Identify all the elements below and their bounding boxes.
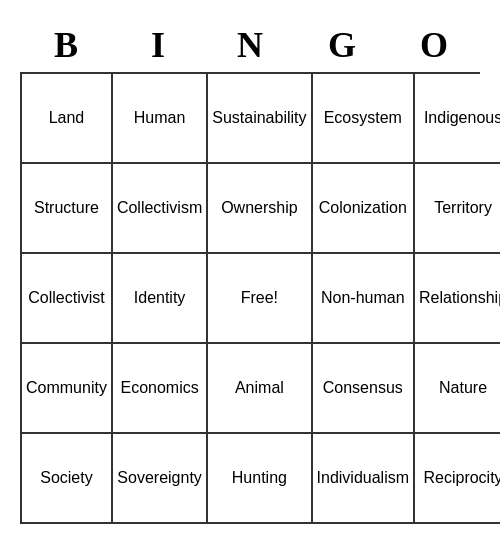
cell-text-r3-c0: Community (26, 378, 107, 397)
cell-text-r2-c0: Collectivist (26, 288, 107, 307)
cell-text-r2-c4: Relationship (419, 288, 500, 307)
bingo-header: BINGO (20, 20, 480, 70)
header-letter-N: N (204, 20, 296, 70)
cell-r3-c1: Economics (113, 344, 208, 434)
cell-r4-c4: Reciprocity (415, 434, 500, 524)
cell-text-r3-c4: Nature (419, 378, 500, 397)
cell-r3-c0: Community (22, 344, 113, 434)
cell-r0-c0: Land (22, 74, 113, 164)
cell-text-r0-c0: Land (26, 108, 107, 127)
cell-r3-c4: Nature (415, 344, 500, 434)
cell-text-r3-c3: Consensus (317, 378, 409, 397)
cell-r1-c1: Collectivism (113, 164, 208, 254)
cell-text-r0-c4: Indigenous (419, 108, 500, 127)
cell-text-r3-c2: Animal (212, 378, 306, 397)
bingo-card: BINGO LandHumanSustainabilityEcosystemIn… (10, 10, 490, 534)
cell-r4-c0: Society (22, 434, 113, 524)
cell-text-r3-c1: Economics (117, 378, 202, 397)
cell-r1-c3: Colonization (313, 164, 415, 254)
cell-text-r0-c1: Human (117, 108, 202, 127)
cell-text-r4-c2: Hunting (212, 468, 306, 487)
cell-r2-c2: Free! (208, 254, 312, 344)
cell-text-r4-c4: Reciprocity (419, 468, 500, 487)
cell-r0-c3: Ecosystem (313, 74, 415, 164)
cell-text-r1-c3: Colonization (317, 198, 409, 217)
cell-r2-c3: Non-human (313, 254, 415, 344)
cell-r2-c1: Identity (113, 254, 208, 344)
cell-text-r1-c1: Collectivism (117, 198, 202, 217)
cell-text-r4-c3: Individualism (317, 468, 409, 487)
header-letter-B: B (20, 20, 112, 70)
cell-text-r4-c0: Society (26, 468, 107, 487)
cell-text-r2-c2: Free! (212, 288, 306, 307)
cell-text-r1-c0: Structure (26, 198, 107, 217)
cell-r2-c4: Relationship (415, 254, 500, 344)
cell-r1-c4: Territory (415, 164, 500, 254)
cell-r4-c2: Hunting (208, 434, 312, 524)
header-letter-O: O (388, 20, 480, 70)
cell-text-r2-c1: Identity (117, 288, 202, 307)
cell-text-r1-c2: Ownership (212, 198, 306, 217)
cell-text-r0-c3: Ecosystem (317, 108, 409, 127)
cell-r0-c2: Sustainability (208, 74, 312, 164)
cell-r1-c0: Structure (22, 164, 113, 254)
bingo-grid: LandHumanSustainabilityEcosystemIndigeno… (20, 72, 480, 524)
cell-r2-c0: Collectivist (22, 254, 113, 344)
cell-text-r2-c3: Non-human (317, 288, 409, 307)
cell-r0-c4: Indigenous (415, 74, 500, 164)
cell-r0-c1: Human (113, 74, 208, 164)
cell-r1-c2: Ownership (208, 164, 312, 254)
cell-r3-c3: Consensus (313, 344, 415, 434)
cell-r4-c3: Individualism (313, 434, 415, 524)
cell-r3-c2: Animal (208, 344, 312, 434)
cell-text-r1-c4: Territory (419, 198, 500, 217)
cell-text-r0-c2: Sustainability (212, 108, 306, 127)
header-letter-I: I (112, 20, 204, 70)
header-letter-G: G (296, 20, 388, 70)
cell-r4-c1: Sovereignty (113, 434, 208, 524)
cell-text-r4-c1: Sovereignty (117, 468, 202, 487)
